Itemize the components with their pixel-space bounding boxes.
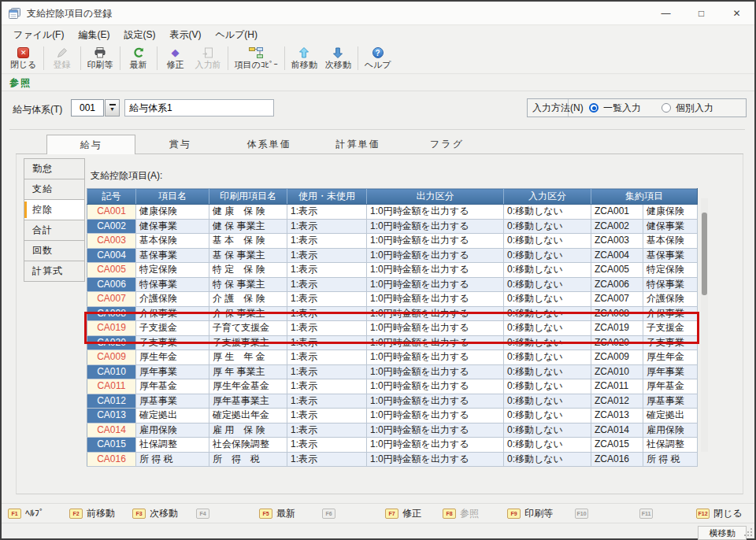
cell-print-name: 特 定 保 険 [209, 263, 287, 278]
table-row[interactable]: CA006 特保事業 特 保 事業主 1:表示 1:0円時金額を出力する 0:移… [87, 277, 698, 292]
table-row[interactable]: CA001 健康保険 健 康 保 険 1:表示 1:0円時金額を出力する 0:移… [87, 205, 698, 220]
tab-5[interactable]: フラグ [402, 135, 491, 154]
cell-item-name: 特保事業 [136, 277, 209, 292]
fkey-F1[interactable]: F1 ﾍﾙﾌﾟ [8, 504, 44, 523]
cell-aggregate-name: 社保調整 [643, 438, 698, 453]
cell-print-name: 子支援事業主 [209, 335, 287, 350]
table-row[interactable]: CA007 介護保険 介 護 保 険 1:表示 1:0円時金額を出力する 0:移… [87, 292, 698, 307]
cell-code: CA015 [87, 438, 136, 453]
fkey-F9[interactable]: F9 印刷等 [507, 504, 553, 523]
table-row[interactable]: CA019 子支援金 子育て支援金 1:表示 1:0円時金額を出力する 0:移動… [87, 321, 698, 336]
window-controls: — □ ✕ [648, 2, 754, 25]
vertical-scrollbar[interactable] [701, 198, 708, 452]
input-method-radio-1[interactable]: 一覧入力 [589, 102, 641, 115]
table-row[interactable]: CA005 特定保険 特 定 保 険 1:表示 1:0円時金額を出力する 0:移… [87, 263, 698, 278]
menu-item-2[interactable]: 編集(E) [71, 26, 117, 43]
fkey-F8[interactable]: F8 参照 [443, 504, 479, 523]
fkey-F2[interactable]: F2 前移動 [69, 504, 115, 523]
fkey-F4[interactable]: F4 [196, 504, 213, 523]
tab-2[interactable]: 賞与 [135, 135, 224, 154]
toolbar-button[interactable]: 前移動 [287, 43, 321, 73]
cell-item-name: 子支事業 [136, 335, 209, 350]
radio-label: 一覧入力 [603, 102, 641, 115]
table-row[interactable]: CA010 厚年事業 厚 年 事業主 1:表示 1:0円時金額を出力する 0:移… [87, 364, 698, 379]
tab-3[interactable]: 体系単価 [224, 135, 313, 154]
menu-item-1[interactable]: ファイル(F) [6, 26, 71, 43]
cell-print-name: 基 保 事業主 [209, 248, 287, 263]
table-row[interactable]: CA011 厚年基金 厚生年金基金 1:表示 1:0円時金額を出力する 0:移動… [87, 379, 698, 394]
fkey-F10[interactable]: F10 [575, 504, 592, 523]
cell-use-flag: 1:表示 [287, 263, 367, 278]
side-tab-6[interactable]: 計算式 [24, 261, 85, 282]
toolbar-button[interactable]: ? ヘルプ [361, 43, 395, 73]
cell-output-type: 1:0円時金額を出力する [367, 205, 504, 220]
cell-output-type: 1:0円時金額を出力する [367, 350, 504, 365]
cell-aggregate-name: 特定保険 [643, 263, 698, 278]
side-tab-label: 勤怠 [32, 163, 53, 174]
table-row[interactable]: CA016 所 得 税 所 得 税 1:表示 1:0円時金額を出力する 0:移動… [87, 452, 698, 467]
cell-print-name: 厚 生 年 金 [209, 350, 287, 365]
menu-item-4[interactable]: 表示(V) [162, 26, 208, 43]
table-row[interactable]: CA008 介保事業 介 保 事業主 1:表示 1:0円時金額を出力する 0:移… [87, 306, 698, 321]
cell-code: CA012 [87, 394, 136, 409]
toolbar-button[interactable]: 最新 [123, 43, 154, 73]
table-row[interactable]: CA012 厚基事業 厚年基事業主 1:表示 1:0円時金額を出力する 0:移動… [87, 394, 698, 409]
table-row[interactable]: CA013 確定拠出 確定拠出年金 1:表示 1:0円時金額を出力する 0:移動… [87, 409, 698, 423]
toolbar-button[interactable]: 印刷等 [83, 43, 117, 73]
menu-item-5[interactable]: ヘルプ(H) [208, 26, 265, 43]
toolbar-button[interactable]: ✕ 閉じる [6, 43, 41, 73]
toolbar-button[interactable]: 入力前 [191, 43, 225, 73]
toolbar-button[interactable]: 登録 [46, 43, 78, 73]
toolbar-button[interactable]: 次移動 [321, 43, 355, 73]
fkey-F3[interactable]: F3 次移動 [132, 504, 178, 523]
table-row[interactable]: CA004 基保事業 基 保 事業主 1:表示 1:0円時金額を出力する 0:移… [87, 248, 698, 263]
cell-item-name: 確定拠出 [136, 409, 209, 423]
side-tab-3[interactable]: 控除 [24, 199, 85, 220]
table-row[interactable]: CA009 厚生年金 厚 生 年 金 1:表示 1:0円時金額を出力する 0:移… [87, 350, 698, 365]
table-row[interactable]: CA020 子支事業 子支援事業主 1:表示 1:0円時金額を出力する 0:移動… [87, 335, 698, 350]
cell-aggregate-name: 健康保険 [643, 205, 698, 220]
items-table[interactable]: 記号項目名印刷用項目名使用・未使用出力区分入力区分集約項目 CA001 健康保険… [87, 188, 698, 467]
close-button[interactable]: ✕ [719, 2, 754, 25]
table-row[interactable]: CA002 健保事業 健 保 事業主 1:表示 1:0円時金額を出力する 0:移… [87, 219, 698, 234]
fkey-F11[interactable]: F11 [639, 504, 657, 523]
menu-item-3[interactable]: 設定(S) [117, 26, 162, 43]
tab-4[interactable]: 計算単価 [313, 135, 402, 154]
horizontal-separator [9, 129, 745, 130]
toolbar-button[interactable]: 項目のｺﾋﾟｰ [231, 43, 282, 73]
col-header-6: 入力区分 [504, 189, 591, 205]
col-header-1: 記号 [87, 189, 136, 205]
salary-system-code-input[interactable] [71, 99, 104, 117]
minimize-button[interactable]: — [648, 2, 684, 25]
table-row[interactable]: CA003 基本保険 基 本 保 険 1:表示 1:0円時金額を出力する 0:移… [87, 234, 698, 249]
tab-label: 体系単価 [247, 139, 291, 150]
toolbar-button[interactable]: ◆ 修正 [160, 43, 191, 73]
cell-aggregate-name: 介保事業 [643, 306, 698, 321]
side-tab-4[interactable]: 合計 [24, 220, 85, 241]
side-tab-5[interactable]: 回数 [24, 240, 85, 261]
fkey-F6[interactable]: F6 [322, 504, 339, 523]
resize-grip[interactable] [744, 528, 752, 536]
fkey-label: 印刷等 [524, 507, 553, 520]
side-tab-1[interactable]: 勤怠 [24, 158, 85, 179]
copy-items-icon [248, 46, 264, 60]
fkey-F12[interactable]: F12 閉じる [696, 504, 743, 523]
toolbar-button-label: 修正 [167, 60, 184, 70]
maximize-button[interactable]: □ [684, 2, 719, 25]
cell-aggregate-code: ZCA014 [591, 423, 643, 438]
cell-print-name: 確定拠出年金 [209, 409, 287, 423]
salary-system-dropdown-button[interactable] [105, 99, 120, 117]
fkey-F7[interactable]: F7 修正 [385, 504, 421, 523]
input-method-radio-2[interactable]: 個別入力 [662, 102, 713, 115]
cell-input-type: 0:移動しない [504, 277, 591, 292]
cell-item-name: 社保調整 [136, 438, 209, 453]
tab-1[interactable]: 給与 [46, 135, 135, 154]
fkey-F5[interactable]: F5 最新 [259, 504, 295, 523]
cell-use-flag: 1:表示 [287, 438, 367, 453]
cell-use-flag: 1:表示 [287, 335, 367, 350]
table-row[interactable]: CA014 雇用保険 雇 用 保 険 1:表示 1:0円時金額を出力する 0:移… [87, 423, 698, 438]
table-row[interactable]: CA015 社保調整 社会保険調整 1:表示 1:0円時金額を出力する 0:移動… [87, 438, 698, 453]
register-icon [56, 46, 69, 60]
side-tab-2[interactable]: 支給 [24, 179, 85, 200]
scrollbar-thumb[interactable] [702, 213, 707, 295]
